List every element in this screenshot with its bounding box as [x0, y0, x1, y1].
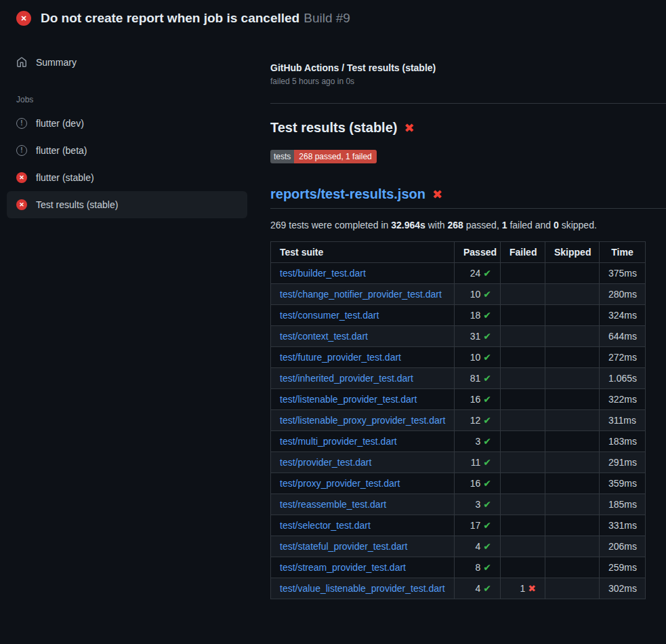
failed-cell [501, 557, 545, 578]
suite-link[interactable]: test/builder_test.dart [280, 268, 366, 279]
suite-link[interactable]: test/multi_provider_test.dart [280, 436, 397, 447]
run-title: Do not create report when job is cancell… [41, 11, 299, 25]
summary-failed-count: 1 [502, 220, 507, 230]
time-cell: 359ms [600, 473, 646, 494]
table-row: test/change_notifier_provider_test.dart … [271, 284, 646, 305]
suite-link[interactable]: test/selector_test.dart [280, 520, 371, 531]
check-icon: ✔ [483, 478, 491, 489]
badge-value: 268 passed, 1 failed [294, 150, 376, 163]
passed-cell: 11✔ [455, 452, 501, 473]
passed-cell: 24✔ [455, 263, 501, 284]
suite-link[interactable]: test/provider_test.dart [280, 457, 371, 468]
sidebar-item-test-results-stable[interactable]: ✕ Test results (stable) [7, 191, 247, 218]
suite-link[interactable]: test/change_notifier_provider_test.dart [280, 289, 442, 300]
neutral-status-icon: ! [16, 145, 27, 156]
time-cell: 375ms [600, 263, 646, 284]
check-icon: ✔ [483, 373, 491, 384]
suite-link[interactable]: test/stream_provider_test.dart [280, 562, 406, 573]
table-row: test/proxy_provider_test.dart 16✔ 359ms [271, 473, 646, 494]
failed-cross-icon: ✖ [432, 187, 442, 202]
jobs-section-label: Jobs [7, 95, 247, 104]
passed-cell: 8✔ [455, 557, 501, 578]
failed-cell [501, 536, 545, 557]
table-header-row: Test suite Passed Failed Skipped Time [271, 242, 646, 263]
check-icon: ✔ [483, 352, 491, 363]
failed-cross-icon: ✖ [404, 121, 414, 136]
suite-cell: test/selector_test.dart [271, 515, 455, 536]
skipped-cell [545, 431, 600, 452]
suite-cell: test/builder_test.dart [271, 263, 455, 284]
time-cell: 1.065s [600, 368, 646, 389]
sidebar-item-summary[interactable]: Summary [7, 49, 247, 76]
col-header-passed: Passed [455, 242, 501, 263]
passed-cell: 3✔ [455, 494, 501, 515]
check-icon: ✔ [483, 268, 491, 279]
suite-cell: test/listenable_proxy_provider_test.dart [271, 410, 455, 431]
report-link[interactable]: reports/test-results.json [270, 186, 425, 202]
suite-link[interactable]: test/listenable_provider_test.dart [280, 394, 417, 405]
run-failed-status-icon: ✕ [16, 11, 31, 26]
skipped-cell [545, 263, 600, 284]
col-header-time: Time [600, 242, 646, 263]
skipped-cell [545, 368, 600, 389]
table-row: test/selector_test.dart 17✔ 331ms [271, 515, 646, 536]
summary-passed-count: 268 [448, 220, 463, 230]
suite-link[interactable]: test/proxy_provider_test.dart [280, 478, 400, 489]
sidebar-item-flutter-dev[interactable]: ! flutter (dev) [7, 110, 247, 137]
failed-cell: 1✖ [501, 578, 545, 599]
time-cell: 280ms [600, 284, 646, 305]
jobs-list: ! flutter (dev) ! flutter (beta) ✕ flutt… [7, 110, 247, 218]
passed-cell: 18✔ [455, 305, 501, 326]
check-icon: ✔ [483, 583, 491, 594]
sidebar: Summary Jobs ! flutter (dev) ! flutter (… [0, 35, 254, 218]
table-row: test/listenable_provider_test.dart 16✔ 3… [271, 389, 646, 410]
time-cell: 302ms [600, 578, 646, 599]
skipped-cell [545, 494, 600, 515]
table-row: test/future_provider_test.dart 10✔ 272ms [271, 347, 646, 368]
suite-link[interactable]: test/context_test.dart [280, 331, 368, 342]
results-table: Test suite Passed Failed Skipped Time te… [270, 241, 646, 599]
suite-cell: test/multi_provider_test.dart [271, 431, 455, 452]
time-cell: 291ms [600, 452, 646, 473]
failed-cell [501, 494, 545, 515]
suite-link[interactable]: test/inherited_provider_test.dart [280, 373, 413, 384]
suite-link[interactable]: test/future_provider_test.dart [280, 352, 401, 363]
sidebar-item-flutter-beta[interactable]: ! flutter (beta) [7, 137, 247, 164]
table-row: test/value_listenable_provider_test.dart… [271, 578, 646, 599]
summary-text: 269 tests were completed in 32.964s with… [270, 220, 666, 230]
suite-cell: test/future_provider_test.dart [271, 347, 455, 368]
failed-status-icon: ✕ [16, 199, 27, 210]
suite-cell: test/inherited_provider_test.dart [271, 368, 455, 389]
passed-cell: 3✔ [455, 431, 501, 452]
check-icon: ✔ [483, 541, 491, 552]
suite-link[interactable]: test/value_listenable_provider_test.dart [280, 583, 445, 594]
passed-cell: 4✔ [455, 578, 501, 599]
check-icon: ✔ [483, 520, 491, 531]
summary-mid2: passed, [463, 220, 502, 230]
suite-link[interactable]: test/listenable_proxy_provider_test.dart [280, 415, 445, 426]
skipped-cell [545, 305, 600, 326]
run-title-line: Do not create report when job is cancell… [41, 11, 350, 26]
suite-cell: test/listenable_provider_test.dart [271, 389, 455, 410]
time-cell: 272ms [600, 347, 646, 368]
badge-label: tests [270, 150, 294, 163]
check-icon: ✔ [483, 436, 491, 447]
suite-link[interactable]: test/stateful_provider_test.dart [280, 541, 407, 552]
skipped-cell [545, 410, 600, 431]
suite-link[interactable]: test/reassemble_test.dart [280, 499, 386, 510]
time-cell: 183ms [600, 431, 646, 452]
time-cell: 185ms [600, 494, 646, 515]
passed-cell: 10✔ [455, 347, 501, 368]
failed-cell [501, 389, 545, 410]
time-cell: 322ms [600, 389, 646, 410]
build-number: Build #9 [304, 11, 350, 25]
summary-skipped-count: 0 [554, 220, 559, 230]
suite-cell: test/proxy_provider_test.dart [271, 473, 455, 494]
check-icon: ✔ [483, 499, 491, 510]
skipped-cell [545, 536, 600, 557]
time-cell: 331ms [600, 515, 646, 536]
sidebar-item-flutter-stable[interactable]: ✕ flutter (stable) [7, 164, 247, 191]
suite-link[interactable]: test/consumer_test.dart [280, 310, 379, 321]
time-cell: 259ms [600, 557, 646, 578]
table-row: test/stateful_provider_test.dart 4✔ 206m… [271, 536, 646, 557]
